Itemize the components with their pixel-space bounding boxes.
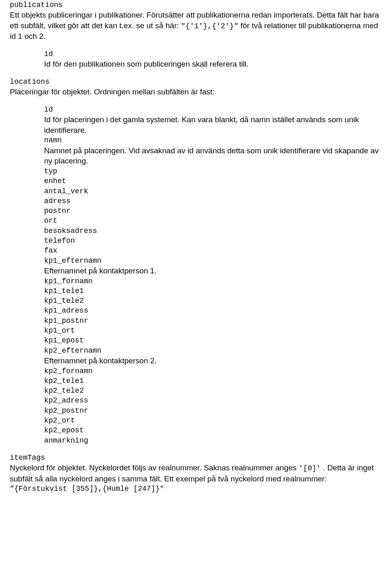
locations-sub-enhet: enhet <box>44 176 382 186</box>
locations-sub-kp1-epost: kp1_epost <box>44 335 382 345</box>
locations-sub-telefon: telefon <box>44 236 382 246</box>
publications-desc: Ett objekts publiceringar i publikatione… <box>10 10 382 42</box>
locations-sub-fax: fax <box>44 246 382 255</box>
locations-sub-kp1-postnr: kp1_postnr <box>44 316 382 326</box>
locations-sub-kp1-tele1: kp1_tele1 <box>44 286 382 296</box>
locations-sub-kp2-adress: kp2_adress <box>44 396 382 405</box>
locations-sub-adress: adress <box>44 196 382 206</box>
locations-sub-kp1-efternamn: kp1_efternamn <box>44 256 382 266</box>
locations-sub-kp1-fornamn: kp1_fornamn <box>44 276 382 286</box>
locations-sub-id-desc: Id för placeringen i det gamla systemet.… <box>44 114 382 135</box>
locations-heading: locations <box>10 77 382 87</box>
locations-sub-namn-label: namn <box>44 135 382 145</box>
locations-desc: Placeringar för objektet. Ordningen mell… <box>10 87 382 97</box>
itemtags-example: "{Förstukvist [355]},{Humle [247]}" <box>10 484 382 494</box>
locations-sub-kp2-efternamn: kp2_efternamn <box>44 346 382 356</box>
locations-sub-anmarkning: anmarkning <box>44 436 382 445</box>
locations-sub-kp2-efternamn-desc: Efternamnet på kontaktperson 2. <box>44 356 382 366</box>
locations-sub-kp2-epost: kp2_epost <box>44 425 382 435</box>
locations-sub-kp2-ort: kp2_ort <box>44 416 382 425</box>
locations-sub-kp1-efternamn-desc: Efternamnet på kontaktperson 1. <box>44 266 382 276</box>
publications-heading: publications <box>10 0 382 10</box>
locations-sub-kp1-adress: kp1_adress <box>44 306 382 315</box>
locations-sub-kp1-ort: kp1_ort <box>44 326 382 335</box>
locations-sub-id-label: id <box>44 105 382 114</box>
itemtags-heading: itemTags <box>10 453 382 463</box>
publications-desc-code: "{'1'},{'2'}" <box>181 22 238 30</box>
locations-sub-kp2-fornamn: kp2_fornamn <box>44 366 382 376</box>
locations-sub-kp1-tele2: kp1_tele2 <box>44 296 382 306</box>
itemtags-desc-code1: '[0]' <box>299 464 321 472</box>
locations-sub-namn-desc: Namnet på placeringen. Vid avsaknad av i… <box>44 145 382 166</box>
publications-sub-id-desc: Id för den publikationen som publicering… <box>44 59 382 69</box>
locations-sub-typ: typ <box>44 166 382 176</box>
itemtags-desc-a: Nyckelord för objektet. Nyckelordet följ… <box>10 463 299 472</box>
locations-sub-ort: ort <box>44 216 382 226</box>
locations-sub-kp2-tele1: kp2_tele1 <box>44 376 382 386</box>
locations-sub-antal-verk: antal_verk <box>44 186 382 196</box>
locations-sub-besoksadress: besoksadress <box>44 226 382 236</box>
locations-sub-postnr: postnr <box>44 206 382 216</box>
publications-sub-id-label: id <box>44 49 382 59</box>
locations-sub-kp2-postnr: kp2_postnr <box>44 406 382 416</box>
locations-sub-kp2-tele2: kp2_tele2 <box>44 386 382 396</box>
itemtags-desc: Nyckelord för objektet. Nyckelordet följ… <box>10 463 382 484</box>
